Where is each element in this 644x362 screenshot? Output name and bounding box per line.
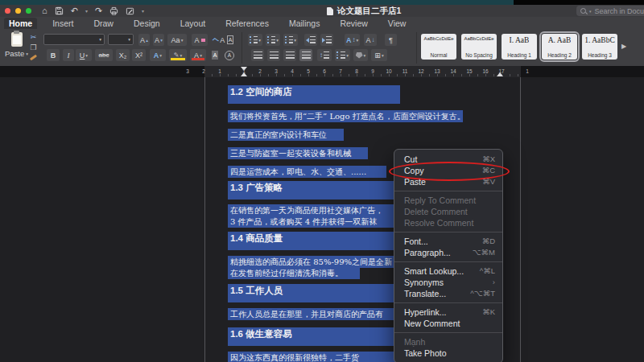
shrink-font-button[interactable]: A▾ — [153, 34, 164, 46]
show-paragraph-marks-button[interactable]: ¶ — [385, 34, 397, 46]
character-border-button[interactable]: A — [225, 34, 236, 46]
justify-button[interactable] — [299, 49, 312, 61]
styles-more-icon[interactable]: ▶ — [621, 43, 626, 50]
character-shading-button[interactable]: A — [209, 49, 221, 61]
align-right-button[interactable] — [283, 49, 296, 61]
group-divider — [242, 32, 242, 64]
enclose-characters-button[interactable]: A — [223, 49, 236, 61]
menu-item-reply-to-comment: Reply To Comment — [394, 195, 502, 206]
group-divider — [416, 32, 417, 64]
menu-item-font[interactable]: Font...⌘D — [394, 236, 502, 247]
traffic-lights — [5, 8, 31, 14]
italic-button[interactable]: I — [63, 49, 74, 61]
menu-item-shortcut: ⌘C — [482, 165, 495, 176]
align-center-button[interactable] — [267, 49, 280, 61]
print-icon[interactable] — [109, 6, 118, 15]
doc-paragraph-line: 我们将投资首先，用“二手” Logo 打造点名，店面空间设计复古。 — [228, 110, 463, 122]
ruler-number: 11 — [402, 68, 408, 74]
document-title-text: 论文题目二手店1 — [337, 6, 401, 17]
grow-font-button[interactable]: A▴ — [138, 34, 150, 46]
undo-dropdown-icon[interactable]: ▾ — [85, 8, 88, 14]
menu-separator — [394, 191, 502, 191]
menu-item-label: Smart Lookup... — [404, 265, 464, 277]
menu-item-take-photo[interactable]: Take Photo — [394, 348, 502, 359]
sort-button[interactable]: A↓ — [364, 34, 377, 46]
multilevel-list-button[interactable]: ▾ — [283, 34, 298, 46]
line-spacing-button[interactable]: ↕ — [317, 49, 332, 61]
align-left-button[interactable] — [251, 49, 264, 61]
style-heading-3[interactable]: 1. AaBbCHeading 3 — [582, 34, 617, 60]
shading-button[interactable]: ▾ — [353, 49, 368, 61]
menu-item-cut[interactable]: Cut⌘X — [394, 154, 502, 165]
tab-draw[interactable]: Draw — [89, 18, 118, 29]
ribbon-tabs: HomeInsertDrawDesignLayoutReferencesMail… — [4, 17, 411, 29]
change-case-button[interactable]: Aa▾ — [167, 34, 187, 46]
menu-item-translate[interactable]: Translate...^⌥⌘T — [394, 288, 502, 299]
menu-item-paragraph[interactable]: Paragraph...⌥⌘M — [394, 247, 502, 258]
style-label: Heading 1 — [507, 52, 531, 58]
paste-dropdown-icon[interactable]: ▾ — [26, 51, 28, 56]
menu-item-label: Take Photo — [404, 348, 447, 359]
save-icon[interactable] — [55, 6, 64, 15]
paste-button[interactable]: Paste▾ — [5, 32, 28, 58]
close-button[interactable] — [5, 8, 10, 14]
menu-item-label: Cut — [404, 154, 417, 165]
text-effects-button[interactable]: A▾ — [150, 49, 166, 61]
search-dropdown-icon[interactable]: ▾ — [589, 9, 592, 14]
highlight-color-button[interactable]: ✎▾ — [169, 49, 187, 61]
page-right-edge — [520, 77, 521, 362]
style-label: Heading 3 — [588, 52, 612, 58]
undo-icon[interactable]: ↶ — [71, 6, 78, 15]
menu-item-hyperlink[interactable]: Hyperlink...⌘K — [394, 306, 502, 318]
ruler-number: 5 — [307, 68, 310, 74]
clear-formatting-button[interactable]: A — [192, 34, 208, 46]
cut-icon[interactable]: ✂ — [31, 33, 37, 41]
tab-design[interactable]: Design — [129, 18, 165, 29]
menu-item-smart-lookup[interactable]: Smart Lookup...^⌘L — [394, 265, 502, 277]
home-icon[interactable]: ⌂ — [42, 6, 47, 15]
strikethrough-button[interactable]: abc — [95, 49, 113, 61]
menu-item-copy[interactable]: Copy⌘C — [394, 165, 502, 176]
ruler-number: 3 — [275, 68, 278, 74]
ruler-number: 13 — [434, 68, 440, 74]
menu-item-label: New Comment — [404, 318, 460, 329]
redo-icon[interactable]: ↷ — [95, 6, 102, 15]
paragraph-spacing-button[interactable]: ▾ — [335, 49, 350, 61]
tab-review[interactable]: Review — [335, 18, 372, 29]
menu-item-new-comment[interactable]: New Comment — [394, 318, 502, 329]
subscript-button[interactable]: X₂ — [116, 49, 130, 61]
tab-view[interactable]: View — [383, 18, 411, 29]
search-input[interactable]: ▾ Search in Docu — [576, 6, 644, 16]
decrease-indent-button[interactable] — [304, 34, 317, 46]
style-no-spacing[interactable]: AaBbCcDdEeNo Spacing — [461, 34, 497, 60]
title-bar: ⌂ ↶ ▾ ↷ ▾ 论文题目二手店1 ▾ Search in Docu — [0, 5, 644, 17]
toolbar-options-icon[interactable]: ▾ — [142, 8, 144, 14]
style-heading-1[interactable]: I. AaBHeading 1 — [502, 34, 537, 60]
tab-home[interactable]: Home — [4, 18, 37, 29]
zoom-button[interactable] — [26, 8, 31, 14]
numbering-button[interactable]: ▾ — [266, 34, 280, 46]
superscript-button[interactable]: X² — [132, 49, 146, 61]
borders-button[interactable]: ⊞▾ — [371, 49, 387, 61]
style-heading-2[interactable]: A. AaBHeading 2 — [542, 34, 577, 60]
font-size-select[interactable]: ▾ — [108, 34, 134, 45]
style-normal[interactable]: AaBbCcDdEeNormal — [421, 34, 456, 60]
tab-layout[interactable]: Layout — [175, 18, 211, 29]
underline-button[interactable]: U▾ — [76, 49, 92, 61]
tab-insert[interactable]: Insert — [47, 18, 78, 29]
tab-references[interactable]: References — [221, 18, 274, 29]
minimize-button[interactable] — [15, 8, 21, 14]
bold-button[interactable]: B — [47, 49, 60, 61]
menu-item-paste[interactable]: Paste⌘V — [394, 176, 502, 187]
menu-item-label: Reply To Comment — [404, 195, 476, 206]
asian-layout-button[interactable]: A↕▾ — [345, 34, 360, 46]
tab-mailings[interactable]: Mailings — [284, 18, 325, 29]
bullets-button[interactable]: ▾ — [248, 34, 262, 46]
edit-icon[interactable] — [126, 6, 134, 15]
document-canvas[interactable]: 1.2 空间的商店我们将投资首先，用“二手” Logo 打造点名，店面空间设计复… — [0, 77, 644, 362]
menu-item-synonyms[interactable]: Synonyms› — [394, 277, 502, 288]
font-color-button[interactable]: A▾ — [190, 49, 206, 61]
copy-icon[interactable]: ❐ — [30, 43, 36, 51]
font-name-select[interactable]: ▾ — [43, 34, 105, 45]
increase-indent-button[interactable] — [320, 34, 333, 46]
